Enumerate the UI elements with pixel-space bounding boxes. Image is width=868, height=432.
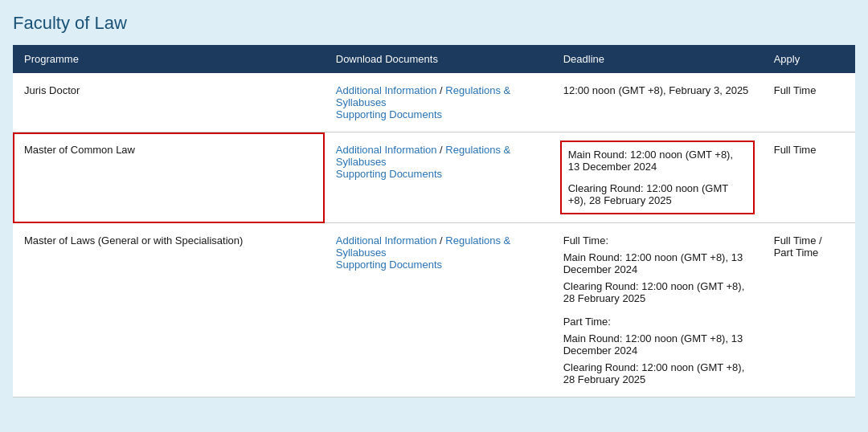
download-cell: Additional Information / Regulations & S…: [325, 73, 552, 132]
header-download: Download Documents: [325, 45, 552, 73]
additional-info-link[interactable]: Additional Information: [336, 144, 437, 156]
deadline-cell: Main Round: 12:00 noon (GMT +8), 13 Dece…: [552, 132, 763, 223]
deadline-cell: 12:00 noon (GMT +8), February 3, 2025: [552, 73, 763, 132]
header-deadline: Deadline: [552, 45, 763, 73]
page-title: Faculty of Law: [13, 13, 855, 34]
deadline-section-heading: Full Time:: [563, 234, 751, 247]
deadline-text: Clearing Round: 12:00 noon (GMT +8), 28 …: [568, 182, 747, 206]
table-row: Master of Laws (General or with Speciali…: [13, 223, 855, 397]
deadline-text: Main Round: 12:00 noon (GMT +8), 13 Dece…: [563, 251, 751, 275]
programmes-table: Programme Download Documents Deadline Ap…: [13, 45, 855, 397]
deadline-text: Main Round: 12:00 noon (GMT +8), 13 Dece…: [563, 332, 751, 357]
download-cell: Additional Information / Regulations & S…: [325, 132, 552, 223]
supporting-docs-link[interactable]: Supporting Documents: [336, 108, 442, 120]
additional-info-link[interactable]: Additional Information: [336, 234, 437, 247]
deadline-cell: Full Time:Main Round: 12:00 noon (GMT +8…: [552, 223, 763, 397]
supporting-docs-link[interactable]: Supporting Documents: [336, 259, 442, 271]
deadline-section-heading: Part Time:: [563, 316, 751, 328]
deadline-highlight-box: Main Round: 12:00 noon (GMT +8), 13 Dece…: [560, 141, 755, 214]
apply-cell: Full Time / Part Time: [763, 223, 855, 397]
deadline-text: Clearing Round: 12:00 noon (GMT +8), 28 …: [563, 361, 751, 385]
additional-info-link[interactable]: Additional Information: [336, 84, 437, 96]
supporting-docs-link[interactable]: Supporting Documents: [336, 168, 442, 180]
apply-cell: Full Time: [763, 73, 855, 132]
deadline-text: Clearing Round: 12:00 noon (GMT +8), 28 …: [563, 280, 751, 304]
programme-cell: Master of Common Law: [13, 132, 325, 223]
header-apply: Apply: [763, 45, 855, 73]
programme-cell: Juris Doctor: [13, 73, 325, 132]
programme-cell: Master of Laws (General or with Speciali…: [13, 223, 325, 397]
deadline-text: Main Round: 12:00 noon (GMT +8), 13 Dece…: [568, 149, 747, 173]
header-programme: Programme: [13, 45, 325, 73]
deadline-text: 12:00 noon (GMT +8), February 3, 2025: [563, 84, 751, 96]
table-row: Master of Common LawAdditional Informati…: [13, 132, 855, 223]
table-row: Juris DoctorAdditional Information / Reg…: [13, 73, 855, 132]
download-cell: Additional Information / Regulations & S…: [325, 223, 552, 397]
apply-cell: Full Time: [763, 132, 855, 223]
